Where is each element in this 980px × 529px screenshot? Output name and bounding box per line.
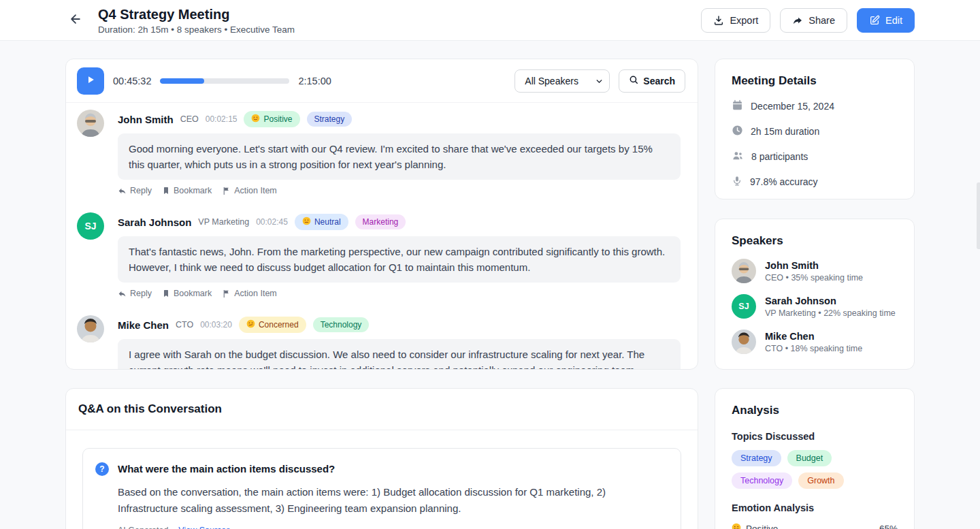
speaker-list-item[interactable]: SJ Sarah Johnson VP Marketing • 22% spea… [732, 294, 898, 319]
question-icon: ? [95, 462, 109, 476]
search-button[interactable]: Search [619, 69, 685, 93]
speaker-role: CEO [180, 114, 199, 124]
detail-accuracy: 97.8% accuracy [732, 175, 898, 189]
clock-icon [732, 125, 743, 138]
topic-badge: Strategy [732, 450, 781, 466]
topics-discussed-title: Topics Discussed [732, 431, 898, 442]
action-item-action[interactable]: Action Item [222, 186, 277, 195]
qa-item: ? What were the main action items discus… [82, 448, 681, 529]
emotion-analysis-title: Emotion Analysis [732, 502, 898, 513]
users-icon [732, 150, 744, 163]
detail-date: December 15, 2024 [732, 99, 898, 113]
bookmark-action[interactable]: Bookmark [162, 186, 212, 195]
detail-duration: 2h 15m duration [732, 125, 898, 138]
speaker-name: Mike Chen [765, 330, 862, 342]
emotion-badge: Neutral [295, 214, 348, 230]
neutral-emoji-icon [302, 217, 311, 227]
message-text: I agree with Sarah on the budget discuss… [118, 339, 681, 369]
download-icon [713, 15, 724, 26]
speaker-name: John Smith [118, 114, 174, 125]
transcript-messages[interactable]: John Smith CEO 00:02:15 Positive Strateg… [66, 103, 698, 369]
current-time: 00:45:32 [113, 76, 151, 86]
total-time: 2:15:00 [298, 76, 331, 86]
meeting-details-title: Meeting Details [732, 74, 898, 88]
bookmark-action[interactable]: Bookmark [162, 289, 212, 298]
progress-bar[interactable] [160, 78, 289, 84]
action-item-action[interactable]: Action Item [222, 289, 277, 298]
progress-fill [160, 78, 204, 84]
speaker-list-item[interactable]: John Smith CEO • 35% speaking time [732, 259, 898, 283]
edit-label: Edit [885, 15, 902, 26]
action-item-label: Action Item [234, 289, 277, 298]
emotion-label: Neutral [314, 217, 341, 227]
export-label: Export [730, 15, 758, 26]
transcript-message: Mike Chen CTO 00:03:20 Concerned Technol… [77, 315, 681, 369]
detail-date-value: December 15, 2024 [751, 101, 834, 112]
transcript-message: SJ Sarah Johnson VP Marketing 00:02:45 N… [77, 212, 681, 298]
reply-action[interactable]: Reply [118, 289, 152, 298]
avatar [77, 110, 104, 137]
audio-player: 00:45:32 2:15:00 All Speakers Search [66, 59, 698, 103]
reply-icon [118, 187, 127, 195]
reply-label: Reply [130, 186, 152, 195]
emotion-row: Positive 65% [732, 523, 898, 529]
smile-emoji-icon [732, 523, 741, 529]
microphone-icon [732, 175, 742, 189]
emotion-badge: Positive [244, 111, 299, 127]
page-title: Q4 Strategy Meeting [98, 6, 295, 22]
meeting-details-panel: Meeting Details December 15, 2024 2h 15m… [715, 59, 915, 199]
flag-icon [222, 289, 231, 298]
page-subtitle: Duration: 2h 15m • 8 speakers • Executiv… [98, 25, 295, 35]
qa-section-title: Q&A on this Conversation [66, 389, 698, 430]
action-item-label: Action Item [234, 186, 277, 195]
flag-icon [222, 187, 231, 195]
qa-question: What were the main action items discusse… [118, 462, 335, 477]
message-timestamp: 00:02:15 [206, 114, 238, 124]
play-button[interactable] [77, 67, 104, 95]
search-icon [629, 75, 638, 86]
speaker-name: Sarah Johnson [118, 217, 191, 228]
detail-accuracy-value: 97.8% accuracy [750, 176, 818, 187]
reply-icon [118, 289, 127, 298]
export-button[interactable]: Export [701, 8, 770, 33]
analysis-title: Analysis [732, 404, 898, 417]
speaker-role: VP Marketing [198, 217, 249, 227]
view-sources-link[interactable]: View Sources [178, 526, 230, 529]
ai-generated-label: AI Generated [118, 526, 168, 529]
avatar [732, 259, 756, 283]
share-icon [792, 15, 803, 26]
speaker-filter-select[interactable]: All Speakers [514, 69, 610, 93]
arrow-left-icon [69, 12, 82, 29]
message-text: Good morning everyone. Let's start with … [118, 133, 681, 180]
topic-badge: Growth [798, 472, 843, 489]
message-timestamp: 00:02:45 [256, 217, 288, 227]
calendar-icon [732, 99, 743, 113]
speaker-name: Mike Chen [118, 319, 169, 331]
search-label: Search [643, 76, 675, 86]
emotion-label: Positive [746, 524, 778, 529]
reply-label: Reply [130, 289, 152, 298]
speakers-panel: Speakers John Smith CEO • 35% speaking t… [715, 219, 915, 370]
emotion-label: Concerned [259, 320, 299, 330]
qa-answer: Based on the conversation, the main acti… [118, 484, 666, 517]
speaker-list-item[interactable]: Mike Chen CTO • 18% speaking time [732, 330, 898, 354]
qa-panel: Q&A on this Conversation ? What were the… [65, 388, 698, 529]
speakers-title: Speakers [732, 234, 898, 248]
topic-badge: Technology [313, 317, 370, 332]
transcript-panel: 00:45:32 2:15:00 All Speakers Search [65, 59, 698, 370]
bookmark-icon [162, 289, 170, 298]
topic-badge: Strategy [307, 112, 353, 127]
thinking-emoji-icon [246, 319, 255, 330]
share-button[interactable]: Share [780, 8, 847, 33]
reply-action[interactable]: Reply [118, 186, 152, 195]
emotion-badge: Concerned [239, 317, 306, 333]
speaker-meta: VP Marketing • 22% speaking time [765, 308, 896, 318]
play-icon [84, 74, 97, 89]
bookmark-icon [162, 187, 170, 195]
back-button[interactable] [65, 10, 86, 31]
bookmark-label: Bookmark [174, 186, 212, 195]
window-scrollbar-thumb[interactable] [977, 182, 980, 249]
share-label: Share [808, 15, 835, 26]
edit-button[interactable]: Edit [857, 8, 915, 33]
emotion-label: Positive [263, 114, 292, 124]
